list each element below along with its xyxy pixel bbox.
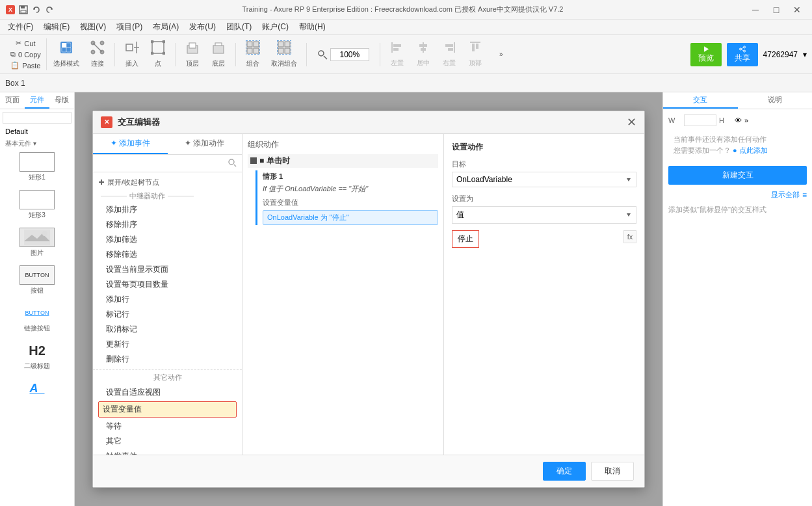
paste-btn[interactable]: 📋 Paste (8, 60, 43, 70)
align-right-btn[interactable]: 右置 (438, 40, 461, 69)
menu-view[interactable]: 视图(V) (75, 20, 111, 34)
action-set-page[interactable]: 设置当前显示页面 (93, 262, 242, 277)
menu-bar: 文件(F) 编辑(E) 视图(V) 项目(P) 布局(A) 发布(U) 团队(T… (0, 20, 812, 35)
connect-label: 连接 (91, 59, 104, 68)
action-wait[interactable]: 等待 (93, 419, 242, 434)
action-update-row[interactable]: 更新行 (93, 337, 242, 352)
tab-widgets[interactable]: 元件 (25, 92, 49, 109)
action-add-row[interactable]: 添加行 (93, 292, 242, 307)
top-btn[interactable]: 顶层 (181, 40, 204, 69)
share-btn[interactable]: 共享 (727, 43, 758, 66)
left-panel-tabs: 页面 元件 母版 (0, 92, 74, 109)
connect-btn[interactable]: 连接 (86, 40, 109, 69)
window-controls[interactable]: ─ □ ✕ (746, 3, 807, 16)
select-mode-btn[interactable]: 选择模式 (49, 40, 83, 69)
widget-linkbutton[interactable]: BUTTON 链接按钮 (3, 300, 72, 336)
cut-btn[interactable]: ✂ Cut (13, 38, 38, 48)
action-value-selected[interactable]: OnLoadVariable 为 "停止" (263, 210, 438, 225)
action-add-filter[interactable]: 添加筛选 (93, 232, 242, 247)
widget-library-default[interactable]: Default (3, 126, 72, 137)
svg-rect-49 (448, 48, 453, 51)
expand-tree-btn[interactable]: 展开/收起树节点 (93, 175, 242, 190)
action-trigger[interactable]: 触发事件 (93, 449, 242, 455)
ungroup-btn[interactable]: 取消组合 (267, 40, 301, 69)
modal-close-btn[interactable]: ✕ (627, 115, 636, 129)
svg-point-39 (319, 51, 324, 56)
group-btn[interactable]: 组合 (241, 40, 265, 69)
copy-btn[interactable]: ⧉ 0 Copy (8, 49, 44, 59)
more-btn[interactable]: » (490, 40, 513, 69)
select-icon (59, 40, 73, 58)
add-action-tab[interactable]: ✦ 添加动作 (168, 134, 242, 154)
canvas[interactable]: ✕ 交互编辑器 ✕ ✦ 添加事件 ✦ 添加动作 (75, 92, 662, 506)
action-mark-row[interactable]: 标记行 (93, 307, 242, 322)
menu-help[interactable]: 帮助(H) (294, 20, 331, 34)
show-all-btn[interactable]: 显示全部 (771, 190, 800, 200)
menu-layout[interactable]: 布局(A) (148, 20, 184, 34)
close-btn[interactable]: ✕ (787, 3, 807, 16)
tab-masters[interactable]: 母版 (49, 92, 74, 109)
maximize-btn[interactable]: □ (766, 3, 786, 16)
svg-point-15 (91, 50, 95, 54)
organize-title: 组织动作 (248, 139, 438, 150)
bottom-btn[interactable]: 底层 (207, 40, 230, 69)
new-interaction-btn[interactable]: 新建交互 (668, 166, 807, 185)
redo-icon[interactable] (44, 5, 55, 15)
fx-btn[interactable]: fx (623, 230, 636, 243)
action-delete-row[interactable]: 删除行 (93, 352, 242, 367)
add-link[interactable]: ● 点此添加 (731, 146, 768, 154)
align-left-btn[interactable]: 左置 (386, 40, 409, 69)
dropdown-arrow[interactable]: ▾ (803, 50, 807, 59)
menu-team[interactable]: 团队(T) (221, 20, 257, 34)
action-set-adaptive[interactable]: 设置自适应视图 (93, 385, 242, 400)
width-input[interactable]: 58 (684, 114, 716, 126)
action-other[interactable]: 其它 (93, 434, 242, 449)
confirm-btn[interactable]: 确定 (543, 462, 586, 481)
menu-file[interactable]: 文件(F) (3, 20, 38, 34)
widget-search[interactable] (3, 112, 72, 124)
widget-h2[interactable]: H2 二级标题 (3, 338, 72, 373)
action-remove-sort[interactable]: 移除排序 (93, 217, 242, 232)
align-center-btn[interactable]: 居中 (412, 40, 435, 69)
add-event-tab[interactable]: ✦ 添加事件 (93, 134, 168, 154)
svg-rect-43 (393, 48, 399, 51)
zoom-input[interactable]: 100% (330, 48, 369, 61)
target-select[interactable]: OnLoadVariable (452, 172, 636, 187)
action-unmark-row[interactable]: 取消标记 (93, 322, 242, 337)
tab-interaction[interactable]: 交互 (663, 92, 738, 109)
widget-alink[interactable]: A_ (3, 376, 72, 402)
set-to-select[interactable]: 值 (452, 206, 636, 224)
undo-icon[interactable] (31, 5, 42, 15)
eye-icon[interactable]: 👁 (735, 116, 742, 124)
action-set-variable[interactable]: 设置变量值 (98, 401, 237, 418)
widget-rect1[interactable]: 矩形1 (3, 150, 72, 185)
top-icon (185, 40, 200, 58)
menu-account[interactable]: 账户(C) (257, 20, 294, 34)
widget-image[interactable]: 图片 (3, 225, 72, 260)
basic-widgets-section[interactable]: 基本元件 ▾ (3, 137, 72, 150)
menu-publish[interactable]: 发布(U) (184, 20, 221, 34)
menu-project[interactable]: 项目(P) (111, 20, 148, 34)
fx-button[interactable]: fx (623, 230, 636, 243)
action-search-input[interactable] (98, 159, 226, 168)
cancel-btn[interactable]: 取消 (591, 462, 634, 481)
condition-label: 情形 1 (263, 170, 438, 183)
tab-notes[interactable]: 说明 (738, 92, 813, 109)
show-all-icon[interactable]: ≡ (802, 191, 807, 200)
h2-label: 二级标题 (24, 362, 50, 371)
action-remove-filter[interactable]: 移除筛选 (93, 247, 242, 262)
point-btn[interactable]: 点 (146, 40, 170, 69)
align-top-btn[interactable]: 顶部 (464, 40, 487, 69)
tab-pages[interactable]: 页面 (0, 92, 25, 109)
widget-button[interactable]: BUTTON 按钮 (3, 263, 72, 298)
more-icon[interactable]: » (744, 116, 748, 124)
minimize-btn[interactable]: ─ (746, 3, 765, 16)
preview-btn[interactable]: 预览 (690, 43, 722, 66)
action-set-per-page[interactable]: 设置每页项目数量 (93, 277, 242, 292)
widget-rect3[interactable]: 矩形3 (3, 187, 72, 222)
hint-text: 当前事件还没有添加任何动作您需要添加一个？ ● 点此添加 (674, 134, 802, 155)
action-add-sort[interactable]: 添加排序 (93, 202, 242, 217)
insert-btn[interactable]: 插入 (120, 40, 144, 69)
menu-edit[interactable]: 编辑(E) (38, 20, 75, 34)
save-icon[interactable] (18, 5, 29, 15)
